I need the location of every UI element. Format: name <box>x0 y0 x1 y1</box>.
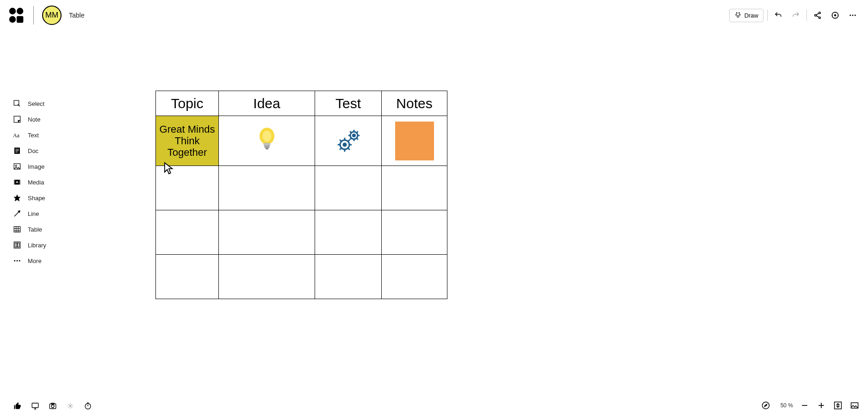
orange-sticky-note[interactable] <box>395 122 434 160</box>
zoom-in-button[interactable] <box>816 400 826 411</box>
fit-button[interactable] <box>833 400 843 411</box>
laser-button[interactable] <box>66 401 75 411</box>
svg-rect-2 <box>17 16 23 23</box>
top-bar: MM Table Draw <box>0 0 868 31</box>
draw-paw-icon <box>734 11 742 20</box>
svg-point-0 <box>9 8 16 14</box>
vote-button[interactable] <box>13 401 22 411</box>
lightbulb-icon[interactable] <box>219 126 315 156</box>
draw-label: Draw <box>744 12 758 19</box>
present-button[interactable] <box>31 401 40 411</box>
svg-point-13 <box>852 15 854 16</box>
svg-point-14 <box>855 15 856 16</box>
table-row <box>156 210 447 255</box>
navigator-button[interactable] <box>761 400 771 411</box>
svg-line-58 <box>350 138 351 139</box>
timer-button[interactable] <box>83 401 93 411</box>
svg-point-4 <box>738 12 739 13</box>
cell-test-2[interactable] <box>315 210 382 255</box>
undo-button[interactable] <box>771 8 785 22</box>
cell-topic-3[interactable] <box>156 255 219 299</box>
draw-button[interactable]: Draw <box>729 9 763 22</box>
table-header-row: Topic Idea Test Notes <box>156 91 447 116</box>
svg-marker-67 <box>765 405 767 407</box>
svg-line-47 <box>348 140 349 141</box>
svg-rect-39 <box>265 147 268 149</box>
screenshot-button[interactable] <box>48 401 57 411</box>
topbar-divider-1 <box>767 10 768 21</box>
cell-idea-0[interactable] <box>219 116 315 166</box>
svg-point-11 <box>835 15 836 16</box>
svg-point-62 <box>51 405 54 408</box>
app-logo[interactable] <box>8 7 25 24</box>
header-test[interactable]: Test <box>315 91 382 116</box>
zoom-out-button[interactable] <box>800 400 810 411</box>
zoom-level-label: 50 % <box>777 402 793 409</box>
cell-test-3[interactable] <box>315 255 382 299</box>
document-title[interactable]: Table <box>69 12 84 19</box>
cell-topic-1[interactable] <box>156 166 219 210</box>
user-avatar[interactable]: MM <box>42 6 62 25</box>
cell-idea-2[interactable] <box>219 210 315 255</box>
minimap-button[interactable] <box>849 400 860 411</box>
topbar-divider-2 <box>806 10 807 21</box>
topbar-right-controls: Draw <box>729 0 860 31</box>
header-idea[interactable]: Idea <box>219 91 315 116</box>
svg-point-64 <box>70 405 71 407</box>
redo-button[interactable] <box>789 8 803 22</box>
cell-test-0[interactable] <box>315 116 382 166</box>
svg-line-48 <box>340 148 341 149</box>
header-topic[interactable]: Topic <box>156 91 219 116</box>
cell-topic-0[interactable]: Great Minds Think Together <box>156 116 219 166</box>
svg-point-12 <box>849 15 851 16</box>
svg-point-1 <box>17 8 23 14</box>
avatar-initials: MM <box>45 11 58 20</box>
activity-button[interactable] <box>828 8 842 22</box>
bottom-right-controls: 50 % <box>761 400 860 411</box>
cell-notes-0[interactable] <box>382 116 447 166</box>
svg-rect-60 <box>32 403 38 408</box>
cell-idea-1[interactable] <box>219 166 315 210</box>
svg-line-46 <box>340 140 341 141</box>
topic-note[interactable]: Great Minds Think Together <box>156 116 218 166</box>
cell-test-1[interactable] <box>315 166 382 210</box>
canvas[interactable]: Topic Idea Test Notes Great Minds Think … <box>0 31 868 417</box>
svg-line-56 <box>350 132 351 133</box>
header-notes[interactable]: Notes <box>382 91 447 116</box>
svg-point-6 <box>739 14 740 15</box>
table-row: Great Minds Think Together <box>156 116 447 166</box>
board-table[interactable]: Topic Idea Test Notes Great Minds Think … <box>155 91 447 299</box>
cell-notes-1[interactable] <box>382 166 447 210</box>
cell-notes-3[interactable] <box>382 255 447 299</box>
more-menu-button[interactable] <box>846 8 860 22</box>
header-divider <box>33 6 34 25</box>
svg-point-5 <box>736 14 737 15</box>
svg-line-49 <box>348 148 349 149</box>
svg-point-3 <box>736 12 737 13</box>
svg-line-59 <box>357 138 358 139</box>
gears-icon[interactable] <box>315 127 381 155</box>
table-row <box>156 166 447 210</box>
svg-point-41 <box>343 143 346 146</box>
share-button[interactable] <box>811 8 825 22</box>
table-row <box>156 255 447 299</box>
svg-line-57 <box>357 132 358 133</box>
bottom-left-controls <box>13 401 93 411</box>
cell-notes-2[interactable] <box>382 210 447 255</box>
svg-point-51 <box>353 134 355 136</box>
cell-topic-2[interactable] <box>156 210 219 255</box>
cell-idea-3[interactable] <box>219 255 315 299</box>
svg-point-38 <box>262 130 271 141</box>
